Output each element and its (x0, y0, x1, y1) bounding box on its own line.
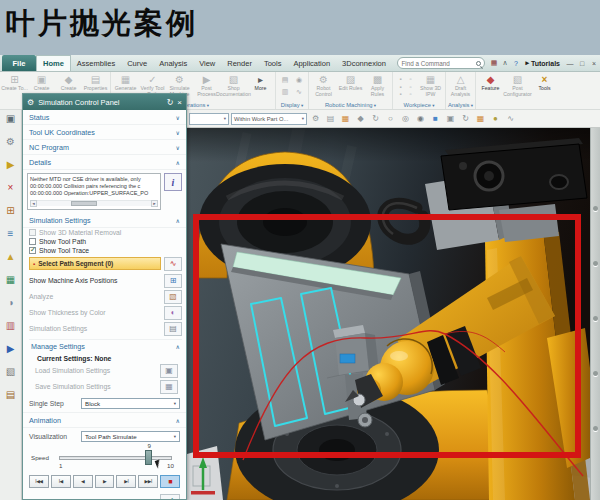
select-path-segment-button[interactable]: ∿ (164, 257, 182, 271)
tab-view[interactable]: View (193, 55, 221, 71)
details-log-box[interactable]: Neither MTD nor CSE driver is available,… (27, 173, 161, 210)
load-simulation-settings-row[interactable]: Load Simulation Settings▣ (29, 363, 182, 379)
colorbar-icon[interactable]: ▥ (6, 320, 15, 331)
point-icon[interactable]: ◆ (354, 112, 367, 126)
panel-tab-icon[interactable]: ▣ (6, 113, 15, 124)
display-style-icon[interactable]: ▤ (279, 76, 291, 86)
save-settings-button[interactable]: ▦ (160, 380, 178, 394)
machine-axis-button[interactable]: ⊞ (164, 274, 182, 288)
tab-home[interactable]: Home (36, 55, 71, 71)
selection-filter-combo[interactable]: ▾ (189, 113, 229, 125)
quick-access-icon[interactable]: ▦ (488, 55, 499, 71)
help-icon[interactable]: ? (510, 55, 521, 71)
workpiece-mini-icon[interactable]: ▫ (406, 84, 415, 91)
3d-viewport[interactable] (187, 128, 590, 500)
ribbon-button-draft-analysis[interactable]: △Draft Analysis (447, 73, 474, 101)
save-simulation-settings-row[interactable]: Save Simulation Settings▦ (29, 379, 182, 395)
find-command-box[interactable] (397, 57, 485, 69)
thickness-button[interactable]: ◐ (164, 306, 182, 320)
snap-point-icon[interactable]: ▤ (324, 112, 337, 126)
play-icon[interactable]: ▶ (7, 159, 15, 170)
tab-3dconnexion[interactable]: 3Dconnexion (336, 55, 392, 71)
pointer-icon[interactable]: ▶ (7, 343, 15, 354)
rotate-icon[interactable]: ↻ (369, 112, 382, 126)
tab-curve[interactable]: Curve (121, 55, 153, 71)
workpiece-mini-icon[interactable]: ▪ (396, 84, 405, 91)
checkbox-show-tool-trace[interactable]: Show Tool Trace (23, 246, 186, 255)
panel-header[interactable]: ⚙ Simulation Control Panel ↻ × (23, 94, 186, 110)
scroll-right-icon[interactable]: ► (151, 200, 158, 207)
minimize-button[interactable]: — (564, 55, 576, 71)
ribbon-button-post-configurator[interactable]: ▧Post Configurator (504, 73, 531, 101)
film-icon[interactable]: ▧ (6, 366, 15, 377)
speed-slider-handle[interactable] (145, 450, 152, 465)
workpiece-mini-icon[interactable]: ▫ (406, 76, 415, 83)
simulation-settings-button[interactable]: ▤ (164, 322, 182, 336)
step-back-button[interactable]: I◀ (51, 475, 71, 488)
curve-icon[interactable]: ∿ (504, 112, 517, 126)
step-forward-button[interactable]: ▶I (116, 475, 136, 488)
refresh-icon[interactable]: ↻ (459, 112, 472, 126)
circle-icon[interactable]: ○ (384, 112, 397, 126)
machine-icon[interactable]: ⊞ (6, 205, 14, 216)
show-thickness-by-color-row[interactable]: Show Thickness by Color◐ (23, 305, 186, 321)
section-details[interactable]: Details∧ (23, 155, 186, 170)
ribbon-button-tools[interactable]: ×Tools (531, 73, 558, 101)
workpiece-mini-icon[interactable]: ▪ (396, 76, 405, 83)
play-backward-button[interactable]: ◀ (73, 475, 93, 488)
ribbon-button-edit-rules[interactable]: ▨Edit Rules (337, 73, 364, 101)
history-icon[interactable]: ◑ (7, 297, 13, 308)
section-nc-program[interactable]: NC Program∨ (23, 140, 186, 155)
details-info-button[interactable]: i (164, 173, 182, 191)
section-tool-ucs[interactable]: Tool UK Coordinates∨ (23, 125, 186, 140)
section-manage-settings[interactable]: Manage Settings∧ (29, 340, 182, 353)
tool-icon[interactable]: ▲ (6, 251, 16, 262)
scrollbar-thumb[interactable] (71, 201, 97, 206)
refresh-button[interactable]: ↻ (167, 98, 174, 107)
play-forward-button[interactable]: ▶ (95, 475, 115, 488)
right-border-bar[interactable] (590, 128, 600, 500)
scrollbar-track[interactable] (37, 200, 151, 206)
workpiece-mini-icon[interactable]: ▪ (396, 91, 405, 98)
tutorials-button[interactable]: ▸ Tutorials (525, 55, 560, 71)
go-to-start-button[interactable]: I◀◀ (29, 475, 49, 488)
go-to-end-button[interactable]: ▶▶I (138, 475, 158, 488)
grid-icon[interactable]: ▦ (474, 112, 487, 126)
close-panel-button[interactable]: × (177, 98, 182, 107)
single-step-dropdown[interactable]: Block▾ (81, 398, 180, 409)
speed-slider-track[interactable] (59, 456, 172, 460)
selection-scope-combo[interactable]: Within Work Part O...▾ (231, 113, 307, 125)
palette-icon[interactable]: ▦ (339, 112, 352, 126)
report-icon[interactable]: ▤ (6, 389, 15, 400)
section-animation[interactable]: Animation∧ (23, 412, 186, 428)
collision-icon[interactable]: × (8, 182, 14, 193)
checkbox-show-tool-path[interactable]: Show Tool Path (23, 237, 186, 246)
ribbon-button-apply-rules[interactable]: ▩Apply Rules (364, 73, 391, 101)
reset-machine-button[interactable]: ↵ (160, 494, 180, 500)
gear-icon[interactable]: ⚙ (309, 112, 322, 126)
cube-icon[interactable]: ■ (429, 112, 442, 126)
tab-analysis[interactable]: Analysis (153, 55, 193, 71)
render-style-icon[interactable]: ◉ (293, 76, 305, 86)
ribbon-button-feature[interactable]: ◆Feature (477, 73, 504, 101)
scroll-left-icon[interactable]: ◄ (30, 200, 37, 207)
details-h-scrollbar[interactable]: ◄ ► (30, 200, 158, 207)
restore-button[interactable]: □ (576, 55, 588, 71)
lasso-icon[interactable]: ◎ (399, 112, 412, 126)
navigator-icon[interactable]: ≡ (8, 228, 14, 239)
layer-icon[interactable]: ▥ (279, 88, 291, 98)
show-machine-axis-positions-row[interactable]: Show Machine Axis Positions⊞ (23, 273, 186, 289)
find-command-input[interactable] (401, 60, 476, 67)
simulation-settings-row[interactable]: Simulation Settings▤ (23, 321, 186, 337)
gear-icon[interactable]: ⚙ (6, 136, 15, 147)
workpiece-mini-icon[interactable]: ▫ (406, 91, 415, 98)
target-icon[interactable]: ◉ (414, 112, 427, 126)
tab-assemblies[interactable]: Assemblies (71, 55, 121, 71)
analyze-row[interactable]: Analyze▧ (23, 289, 186, 305)
analyze-button[interactable]: ▧ (164, 290, 182, 304)
tab-file[interactable]: File (2, 55, 36, 71)
window-icon[interactable]: ▣ (444, 112, 457, 126)
section-status[interactable]: Status∨ (23, 110, 186, 125)
tab-render[interactable]: Render (221, 55, 258, 71)
sphere-icon[interactable]: ● (489, 112, 502, 126)
